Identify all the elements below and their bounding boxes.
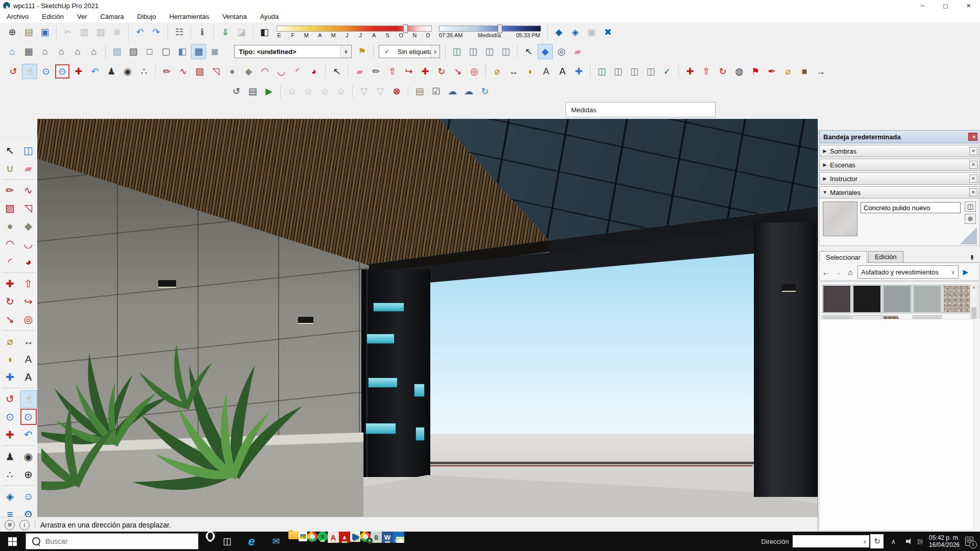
info-icon[interactable]: i	[19, 520, 30, 530]
rotate-button[interactable]: ↻	[434, 64, 449, 79]
flag-tool-button[interactable]: ⚑	[748, 64, 763, 79]
component-tool[interactable]: ◫	[20, 142, 37, 159]
notification-center-button[interactable]: 1	[964, 536, 975, 546]
minimize-button[interactable]: ─	[911, 0, 934, 11]
text-tool[interactable]: A	[20, 350, 37, 368]
paint-bucket-tool[interactable]: ∪	[2, 160, 19, 177]
clock[interactable]: 05:42 p. m. 16/04/2026	[929, 534, 960, 548]
scene-option-3-button[interactable]: ☺	[317, 84, 332, 99]
two-point-arc-button[interactable]: ◡	[274, 64, 289, 79]
menu-item[interactable]: Edición	[35, 11, 70, 22]
open-button[interactable]: ▤	[21, 24, 36, 40]
swatch-speckled-aggregate[interactable]	[943, 285, 972, 313]
rotated-rectangle-tool[interactable]: ◹	[20, 199, 37, 217]
top-view-button[interactable]: ▦	[21, 44, 36, 59]
look-around-tool[interactable]: ◉	[20, 448, 37, 465]
sketchup-button[interactable]	[350, 532, 360, 542]
section-plane-lg-button[interactable]: ◫	[594, 64, 609, 79]
tape-measure-button[interactable]: ⌀	[489, 64, 505, 79]
select-tool[interactable]: ↖	[2, 142, 19, 159]
tray-scrollbar[interactable]	[973, 319, 980, 531]
tray-section-escenas[interactable]: ▶ Escenas ✕	[819, 159, 979, 171]
pen-tool-button[interactable]: ✒	[764, 64, 779, 79]
crate-tool-button[interactable]: ■	[797, 64, 812, 79]
pan-button[interactable]: ☝	[22, 64, 37, 79]
material-name-input[interactable]	[861, 202, 961, 213]
store-button[interactable]	[299, 532, 307, 541]
taskbar-search[interactable]	[26, 533, 199, 549]
scene-option-4-button[interactable]: ☺	[333, 84, 349, 99]
volume-icon[interactable]	[906, 538, 914, 545]
tray-section-sombras[interactable]: ▶ Sombras ✕	[819, 145, 979, 157]
eyedropper-icon[interactable]: ✒	[968, 255, 977, 261]
freehand-button[interactable]: ∿	[176, 64, 191, 79]
pie-button[interactable]: ◕	[306, 64, 322, 79]
wireframe-style-button[interactable]: □	[142, 44, 157, 59]
scene-option-1-button[interactable]: ☺	[284, 84, 300, 99]
offset-button[interactable]: ◎	[467, 64, 482, 79]
shadow-month-slider[interactable]: EFMAMJJASOND	[277, 26, 431, 39]
display-planes-lg-button[interactable]: ◫	[610, 64, 626, 79]
redo-button[interactable]: ↷	[149, 24, 164, 40]
scale-button[interactable]: ↘	[450, 64, 465, 79]
three-point-arc-tool[interactable]: ◜	[2, 253, 19, 270]
extension-warehouse-button[interactable]: ◈	[568, 24, 583, 40]
menu-item[interactable]: Herramientas	[163, 11, 216, 22]
rectangle-button[interactable]: ▨	[192, 64, 207, 79]
back-edges-style-button[interactable]: ▧	[126, 44, 141, 59]
position-camera-tool[interactable]: ♟	[2, 448, 19, 465]
cut-button[interactable]: ✂	[60, 24, 76, 40]
push-pull-alt-button[interactable]: ⇧	[699, 64, 714, 79]
expand-arrow-button[interactable]: →	[813, 64, 828, 79]
push-pull-tool[interactable]: ⇧	[20, 275, 37, 292]
back-button[interactable]: ←	[820, 266, 832, 278]
shaded-style-button[interactable]: ◧	[175, 44, 190, 59]
move-tool[interactable]: ✚	[2, 275, 19, 292]
sample-paint-corner[interactable]	[960, 227, 977, 244]
share-model-button[interactable]: ▣	[584, 24, 599, 40]
cortana-button[interactable]	[206, 532, 215, 541]
trimble-upload-button[interactable]: ☁	[461, 84, 476, 99]
turn-around-tool[interactable]: ⊕	[20, 466, 37, 483]
display-section-planes-button[interactable]: ◫	[465, 44, 481, 59]
swatch-dark-asphalt[interactable]	[822, 285, 851, 313]
orbit-button[interactable]: ↺	[6, 64, 21, 79]
rectangle-tool[interactable]: ▨	[2, 199, 19, 217]
tab-edicion[interactable]: Edición	[868, 251, 903, 262]
rotate-tool[interactable]: ↻	[2, 293, 19, 310]
eraser-alt-button[interactable]: ▰	[570, 44, 585, 59]
xray-style-button[interactable]: ▨	[109, 44, 125, 59]
edge-button[interactable]: e	[239, 532, 264, 551]
hidden-icons-button[interactable]: ∧	[888, 537, 899, 546]
move-alt-button[interactable]: ✚	[682, 64, 698, 79]
display-cuts-lg-button[interactable]: ◫	[627, 64, 642, 79]
create-material-button[interactable]: ⊕	[965, 214, 976, 224]
material-category-dropdown[interactable]: Asfaltado y revestimientos ∨	[857, 265, 959, 279]
menu-item[interactable]: Ayuda	[253, 11, 285, 22]
menu-item[interactable]: Dibujo	[131, 11, 163, 22]
axes-tool[interactable]: ✚	[2, 368, 19, 386]
eraser-button[interactable]: ▰	[352, 64, 368, 79]
display-section-cuts-button[interactable]: ◫	[482, 44, 497, 59]
undo-button[interactable]: ↶	[132, 24, 148, 40]
tray-header[interactable]: Bandeja predeterminada ✕	[819, 130, 979, 143]
maximize-button[interactable]: ▢	[934, 0, 957, 11]
zoom-window-tool[interactable]: ⊙	[20, 408, 37, 425]
back-view-button[interactable]: ⌂	[70, 44, 85, 59]
pan-tool[interactable]: ☝	[20, 390, 37, 408]
circle-tool[interactable]: ●	[2, 217, 19, 235]
record-stop-button[interactable]: ⊗	[389, 84, 404, 99]
scale-tool[interactable]: ↘	[2, 311, 19, 328]
3d-viewport[interactable]	[37, 119, 818, 517]
select-cursor-button[interactable]: ↖	[521, 44, 536, 59]
photos-button[interactable]	[393, 532, 404, 543]
offset-tool[interactable]: ◎	[20, 311, 37, 328]
menu-item[interactable]: Ver	[70, 11, 94, 22]
two-point-arc-tool[interactable]: ◡	[20, 235, 37, 253]
arc-button[interactable]: ◠	[257, 64, 273, 79]
reload-scene-button[interactable]: ↺	[229, 84, 244, 99]
text-button[interactable]: A	[538, 64, 554, 79]
zoom-window-button[interactable]: ⊙	[55, 64, 70, 79]
home-button[interactable]: ⌂	[844, 266, 856, 278]
zoom-tool[interactable]: ⊙	[2, 408, 19, 425]
